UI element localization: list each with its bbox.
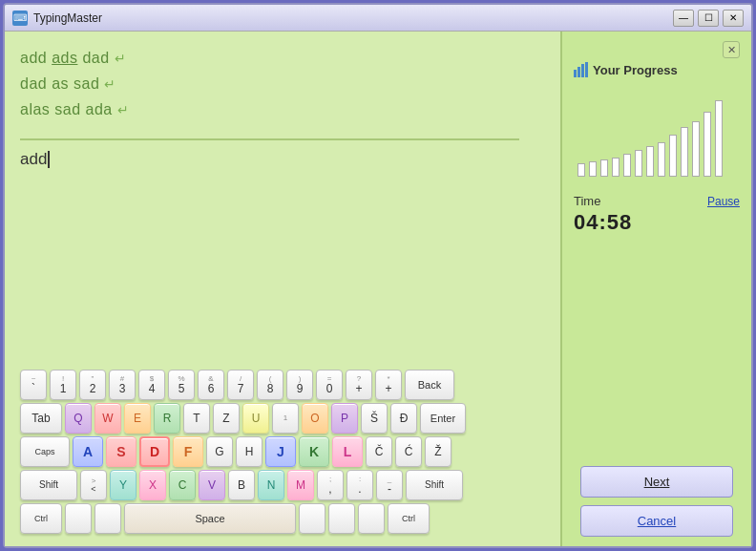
minimize-button[interactable]: — [673, 10, 694, 27]
key-f[interactable]: F [173, 436, 203, 467]
enter-key[interactable]: Enter [420, 403, 466, 434]
key-b[interactable]: B [228, 470, 255, 500]
key-d[interactable]: D [139, 436, 170, 467]
key-fn[interactable] [65, 503, 92, 534]
key-win[interactable] [94, 503, 121, 534]
window-controls: — ☐ ✕ [673, 10, 744, 27]
key-8[interactable]: (8 [257, 370, 284, 400]
key-backtick[interactable]: ~` [20, 370, 47, 400]
cancel-button[interactable]: Cancel [580, 505, 733, 537]
space-key[interactable]: Space [124, 503, 296, 534]
separator-line [20, 138, 519, 140]
key-9[interactable]: )9 [286, 370, 313, 400]
key-a[interactable]: A [73, 436, 103, 467]
key-7[interactable]: /7 [227, 370, 254, 400]
content-area: add ads dad ↵ dad as sad ↵ alas sad ada … [5, 32, 751, 546]
key-x[interactable]: X [139, 470, 166, 500]
key-v[interactable]: V [199, 470, 225, 500]
key-o[interactable]: O [302, 403, 328, 434]
timer-section: Time Pause 04:58 [574, 194, 740, 235]
key-1[interactable]: !1 [50, 370, 76, 400]
typing-area[interactable]: add [20, 150, 545, 179]
caps-lock-key[interactable]: Caps [20, 436, 70, 467]
key-i[interactable]: 1 [272, 403, 299, 434]
key-slash[interactable]: _- [376, 470, 403, 500]
key-g[interactable]: G [206, 436, 233, 467]
sidebar-close-button[interactable]: ✕ [723, 41, 740, 58]
tab-key[interactable]: Tab [20, 403, 62, 434]
key-alt-gr[interactable] [299, 503, 326, 534]
main-window: ⌨ TypingMaster — ☐ ✕ add ads dad ↵ dad a… [3, 3, 753, 548]
key-3[interactable]: #3 [109, 370, 136, 400]
backspace-key[interactable]: Back [405, 370, 454, 400]
key-n[interactable]: N [258, 470, 284, 500]
key-comma[interactable]: ;, [317, 470, 344, 500]
key-r[interactable]: R [154, 403, 180, 434]
chart-bar [669, 135, 677, 177]
key-c-acute[interactable]: Ć [395, 436, 422, 467]
chart-bar [658, 142, 665, 177]
key-y[interactable]: Y [110, 470, 136, 500]
typed-text: add [20, 150, 47, 168]
left-ctrl-key[interactable]: Ctrl [20, 503, 62, 534]
sidebar: ✕ Your Progress Time Pause [560, 32, 751, 546]
key-e[interactable]: E [124, 403, 151, 434]
keyboard-row-3: Caps A S D F G H J K L Č Ć Ž [20, 436, 545, 467]
left-shift-key[interactable]: Shift [20, 470, 77, 500]
key-m[interactable]: M [287, 470, 314, 500]
maximize-button[interactable]: ☐ [698, 10, 719, 27]
svg-rect-1 [578, 67, 580, 77]
key-z-caron[interactable]: Ž [425, 436, 452, 467]
key-angle[interactable]: >< [80, 470, 107, 500]
key-5[interactable]: %5 [168, 370, 195, 400]
next-button[interactable]: Next [580, 466, 733, 498]
key-t[interactable]: T [183, 403, 210, 434]
chart-bar [589, 161, 597, 177]
progress-title-row: Your Progress [574, 62, 740, 77]
keyboard-row-4: Shift >< Y X C V B N M ;, :. _- Shift [20, 470, 545, 500]
key-s[interactable]: S [106, 436, 136, 467]
key-fn2[interactable] [358, 503, 385, 534]
chart-bar [612, 158, 620, 177]
text-display: add ads dad ↵ dad as sad ↵ alas sad ada … [20, 45, 545, 123]
right-ctrl-key[interactable]: Ctrl [388, 503, 430, 534]
key-w[interactable]: W [94, 403, 121, 434]
key-j[interactable]: J [265, 436, 296, 467]
key-0[interactable]: =0 [316, 370, 343, 400]
key-2[interactable]: "2 [79, 370, 106, 400]
titlebar: ⌨ TypingMaster — ☐ ✕ [5, 5, 751, 32]
chart-bar [600, 159, 608, 177]
pause-link[interactable]: Pause [707, 195, 740, 208]
key-menu[interactable] [328, 503, 355, 534]
close-button[interactable]: ✕ [723, 10, 744, 27]
chart-bar [704, 112, 711, 177]
key-l[interactable]: L [332, 436, 363, 467]
right-shift-key[interactable]: Shift [406, 470, 463, 500]
key-c-caron[interactable]: Č [366, 436, 392, 467]
key-c[interactable]: C [169, 470, 196, 500]
text-line-1: add ads dad ↵ [20, 45, 545, 71]
key-u[interactable]: U [242, 403, 269, 434]
timer-display: 04:58 [574, 210, 740, 235]
key-6[interactable]: &6 [198, 370, 224, 400]
key-h[interactable]: H [236, 436, 262, 467]
key-minus[interactable]: ?+ [346, 370, 372, 400]
key-d-stroke[interactable]: Đ [390, 403, 417, 434]
chart-bar [635, 150, 642, 177]
key-z[interactable]: Z [213, 403, 240, 434]
svg-rect-2 [581, 64, 584, 77]
chart-bar [715, 100, 723, 177]
key-period[interactable]: :. [346, 470, 373, 500]
keyboard-row-1: ~` !1 "2 #3 $4 %5 &6 /7 (8 )9 =0 ?+ *+ B… [20, 370, 545, 400]
key-s-acute[interactable]: Š [361, 403, 388, 434]
keyboard-row-5: Ctrl Space Ctrl [20, 503, 545, 534]
chart-bar [623, 154, 631, 177]
key-p[interactable]: P [331, 403, 358, 434]
key-equal[interactable]: *+ [375, 370, 402, 400]
window-title: TypingMaster [33, 11, 673, 25]
key-k[interactable]: K [299, 436, 329, 467]
timer-header-row: Time Pause [574, 194, 740, 208]
key-4[interactable]: $4 [138, 370, 165, 400]
key-q[interactable]: Q [65, 403, 92, 434]
progress-label: Your Progress [593, 63, 678, 77]
